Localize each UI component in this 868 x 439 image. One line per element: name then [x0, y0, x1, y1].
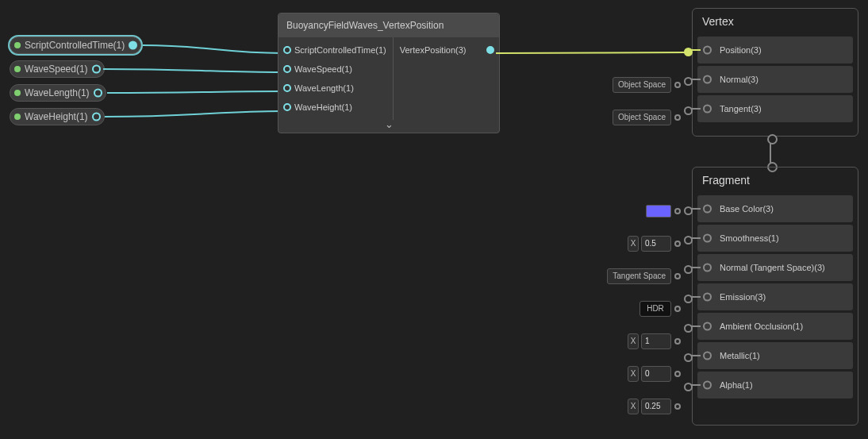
blackboard-node[interactable]: WaveLength(1): [10, 84, 106, 102]
slot-base-color[interactable]: Base Color(3): [697, 195, 853, 222]
node-label: ScriptControlledTime(1): [25, 40, 125, 51]
inline-number[interactable]: X1: [628, 328, 681, 355]
slot-ring: [703, 381, 712, 390]
slot-ring: [703, 46, 712, 55]
node-label: WaveSpeed(1): [25, 64, 88, 75]
blackboard-node[interactable]: WaveHeight(1): [10, 108, 105, 125]
vertex-panel[interactable]: Vertex Position(3) Normal(3) Tangent(3): [692, 8, 858, 137]
slot-tangent[interactable]: Tangent(3): [697, 95, 853, 122]
fragment-panel[interactable]: Fragment Base Color(3) Smoothness(1) Nor…: [692, 167, 858, 426]
slot-normal[interactable]: Normal(3): [697, 66, 853, 93]
inline-dot: [674, 306, 681, 312]
port-pin[interactable]: [283, 103, 291, 111]
slot-position[interactable]: Position(3): [697, 37, 853, 64]
port-pin[interactable]: [283, 84, 291, 92]
slot-alpha[interactable]: Alpha(1): [697, 372, 853, 399]
inline-dot: [674, 82, 681, 88]
slot-smoothness[interactable]: Smoothness(1): [697, 225, 853, 252]
slot-connector[interactable]: [688, 208, 701, 210]
slot-connector[interactable]: [688, 267, 701, 268]
input-port-row[interactable]: WaveSpeed(1): [278, 60, 393, 79]
output-port[interactable]: [94, 89, 102, 98]
expand-toggle[interactable]: ⌄: [278, 120, 499, 133]
node-label: WaveLength(1): [25, 87, 90, 98]
slot-connector[interactable]: [688, 325, 701, 327]
port-dot: [14, 66, 21, 72]
inline-dot: [674, 371, 681, 377]
slot-connector[interactable]: [688, 49, 701, 51]
panel-title: Vertex: [697, 13, 853, 34]
slot-ring: [703, 234, 712, 243]
blackboard-node[interactable]: ScriptControlledTime(1): [10, 37, 141, 54]
inline-space-tag[interactable]: Object Space: [613, 104, 681, 131]
panel-title: Fragment: [697, 172, 853, 193]
port-pin[interactable]: [283, 65, 291, 73]
output-port[interactable]: [92, 65, 101, 74]
inline-dot: [674, 403, 681, 410]
slot-ring: [703, 75, 712, 84]
slot-emission[interactable]: Emission(3): [697, 283, 853, 310]
slot-connector[interactable]: [688, 296, 701, 298]
slot-connector[interactable]: [688, 237, 701, 239]
input-port-row[interactable]: WaveHeight(1): [278, 98, 393, 117]
inline-dot: [674, 208, 681, 214]
slot-connector[interactable]: [688, 384, 701, 386]
port-pin[interactable]: [283, 46, 291, 54]
slot-ring: [703, 293, 712, 302]
inline-dot: [674, 114, 681, 121]
inline-space-tag[interactable]: Tangent Space: [607, 263, 681, 290]
blackboard-node[interactable]: WaveSpeed(1): [10, 60, 105, 78]
slot-ring: [703, 322, 712, 331]
slot-ring: [703, 352, 712, 360]
slot-connector[interactable]: [688, 108, 701, 110]
inline-dot: [674, 241, 681, 247]
inline-space-tag[interactable]: Object Space: [613, 71, 681, 98]
slot-ring: [703, 264, 712, 272]
slot-ring: [703, 105, 712, 114]
output-port[interactable]: [129, 41, 137, 50]
port-dot: [14, 42, 21, 48]
inline-number[interactable]: X0: [628, 360, 681, 387]
inline-hdr[interactable]: HDR: [639, 295, 681, 322]
slot-ao[interactable]: Ambient Occlusion(1): [697, 313, 853, 340]
slot-connector[interactable]: [688, 355, 701, 356]
node-label: WaveHeight(1): [25, 111, 88, 122]
panel-link: [770, 139, 771, 168]
output-port[interactable]: [92, 113, 101, 121]
inline-color[interactable]: [646, 198, 681, 225]
input-port-row[interactable]: ScriptControlledTime(1): [278, 40, 393, 60]
port-pin[interactable]: [486, 46, 494, 54]
slot-metallic[interactable]: Metallic(1): [697, 342, 853, 369]
inline-number[interactable]: X0.25: [628, 393, 681, 420]
node-title[interactable]: BuoyancyFieldWaves_VertexPosition: [278, 13, 499, 37]
color-swatch[interactable]: [646, 205, 671, 218]
output-port-row[interactable]: VertexPosition(3): [394, 40, 499, 60]
port-dot: [14, 114, 21, 120]
inline-number[interactable]: X0.5: [628, 230, 681, 257]
port-dot: [14, 90, 21, 96]
slot-normal-ts[interactable]: Normal (Tangent Space)(3): [697, 254, 853, 281]
slot-ring: [703, 205, 712, 214]
subgraph-node[interactable]: BuoyancyFieldWaves_VertexPosition Script…: [278, 13, 500, 133]
input-port-row[interactable]: WaveLength(1): [278, 79, 393, 98]
inline-dot: [674, 338, 681, 345]
inline-dot: [674, 273, 681, 279]
slot-connector[interactable]: [688, 79, 701, 80]
